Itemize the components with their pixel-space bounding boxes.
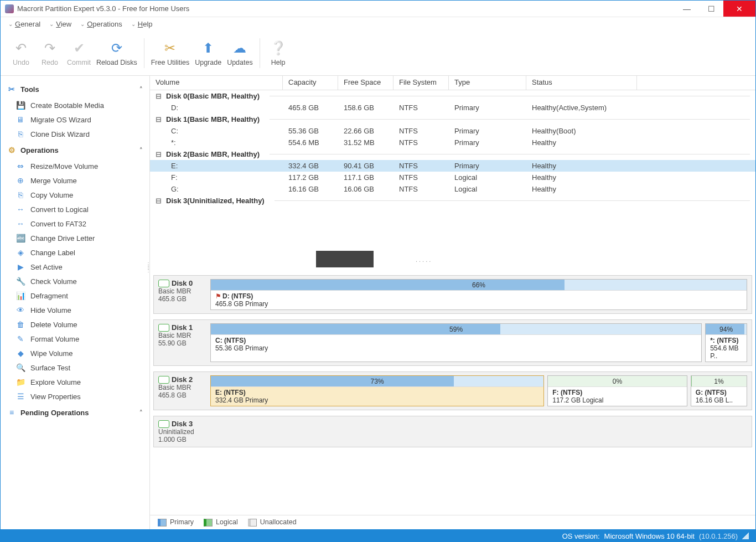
item-icon: ◆ bbox=[16, 349, 25, 358]
partition-label: C: (NTFS)55.36 GB Primary bbox=[211, 335, 701, 354]
disk-card: Disk 3 Uninitialized 1.000 GB bbox=[153, 416, 752, 447]
disk-group-header[interactable]: ⊟Disk 1(Basic MBR, Healthy) bbox=[150, 113, 755, 125]
horizontal-splitter[interactable]: ⋮⋮⋮ bbox=[150, 267, 755, 271]
sidebar-op-item[interactable]: ◆Wipe Volume bbox=[1, 346, 149, 360]
sidebar-op-item[interactable]: ↔Convert to FAT32 bbox=[1, 216, 149, 231]
sidebar-op-item[interactable]: 📊Defragment bbox=[1, 288, 149, 303]
partition-box[interactable]: 1% G: (NTFS)16.16 GB L.. bbox=[691, 375, 747, 406]
undo-button[interactable]: ↶Undo bbox=[9, 40, 33, 66]
usage-bar: 0% bbox=[548, 376, 687, 387]
sidebar-op-item[interactable]: ✎Format Volume bbox=[1, 332, 149, 346]
item-icon: ↔ bbox=[16, 219, 25, 228]
list-icon: ≡ bbox=[7, 408, 16, 417]
col-capacity[interactable]: Capacity bbox=[283, 76, 338, 90]
operations-section-header[interactable]: ⚙ Operations ˄ bbox=[1, 141, 149, 159]
item-label: Wipe Volume bbox=[30, 349, 73, 358]
partition-box[interactable]: 73% E: (NTFS)332.4 GB Primary bbox=[210, 375, 544, 406]
partition-box[interactable]: 0% F: (NTFS)117.2 GB Logical bbox=[547, 375, 687, 406]
sidebar-op-item[interactable]: 📁Explore Volume bbox=[1, 375, 149, 389]
maximize-button[interactable]: ☐ bbox=[699, 1, 723, 17]
resize-grip-icon[interactable] bbox=[742, 533, 749, 539]
sidebar-op-item[interactable]: 🔧Check Volume bbox=[1, 274, 149, 288]
cell-status: Healthy bbox=[526, 173, 648, 182]
cell-fs: NTFS bbox=[393, 127, 449, 135]
disk-header-label: Disk 0(Basic MBR, Healthy) bbox=[166, 92, 260, 100]
cell-capacity: 465.8 GB bbox=[283, 104, 338, 112]
sidebar-op-item[interactable]: ◈Change Label bbox=[1, 245, 149, 260]
cell-status: Healthy(Boot) bbox=[526, 127, 648, 135]
item-icon: ⇔ bbox=[16, 162, 25, 171]
item-label: Convert to FAT32 bbox=[30, 220, 86, 228]
disk-type: Uninitialized bbox=[158, 428, 206, 436]
disk-size: 465.8 GB bbox=[158, 295, 206, 303]
reload-button[interactable]: ⟳Reload Disks bbox=[96, 40, 137, 66]
col-status[interactable]: Status bbox=[526, 76, 637, 90]
col-type[interactable]: Type bbox=[449, 76, 526, 90]
sidebar-op-item[interactable]: 🗑Delete Volume bbox=[1, 317, 149, 332]
menu-help[interactable]: ⌄Help bbox=[128, 19, 156, 29]
col-fs[interactable]: File System bbox=[393, 76, 449, 90]
item-label: Convert to Logical bbox=[30, 205, 89, 214]
commit-button[interactable]: ✔Commit bbox=[67, 40, 91, 66]
partition-box[interactable]: 59% C: (NTFS)55.36 GB Primary bbox=[210, 323, 702, 362]
cell-type: Logical bbox=[449, 185, 526, 193]
chevron-down-icon: ⌄ bbox=[80, 21, 85, 27]
menu-operations[interactable]: ⌄Operations bbox=[77, 19, 126, 29]
sidebar-op-item[interactable]: ⇔Resize/Move Volume bbox=[1, 159, 149, 173]
volume-row[interactable]: G: 16.16 GB 16.06 GB NTFS Logical Health… bbox=[150, 183, 755, 195]
sidebar-op-item[interactable]: 🔍Surface Test bbox=[1, 360, 149, 375]
partition-label: G: (NTFS)16.16 GB L.. bbox=[691, 387, 747, 406]
volume-row[interactable]: F: 117.2 GB 117.1 GB NTFS Logical Health… bbox=[150, 172, 755, 183]
disk-group-header[interactable]: ⊟Disk 0(Basic MBR, Healthy) bbox=[150, 90, 755, 102]
item-icon: 💾 bbox=[16, 101, 25, 110]
tools-section-header[interactable]: ✂ Tools ˄ bbox=[1, 80, 149, 98]
sidebar-op-item[interactable]: ↔Convert to Logical bbox=[1, 202, 149, 216]
close-button[interactable]: ✕ bbox=[723, 1, 755, 17]
col-volume[interactable]: Volume bbox=[150, 76, 283, 90]
sidebar-tool-item[interactable]: ⎘Clone Disk Wizard bbox=[1, 127, 149, 141]
usage-pct: 66% bbox=[472, 281, 485, 289]
updates-button[interactable]: ☁Updates bbox=[227, 40, 253, 66]
menu-general[interactable]: ⌄General bbox=[5, 19, 44, 29]
minimize-button[interactable]: — bbox=[675, 1, 699, 17]
sidebar-op-item[interactable]: ⎘Copy Volume bbox=[1, 188, 149, 202]
volume-row[interactable]: C: 55.36 GB 22.66 GB NTFS Primary Health… bbox=[150, 125, 755, 137]
disk-card: Disk 0 Basic MBR 465.8 GB66% ⚑D: (NTFS)4… bbox=[153, 275, 752, 314]
item-label: Hide Volume bbox=[30, 306, 71, 314]
disk-type: Basic MBR bbox=[158, 287, 206, 295]
volume-row[interactable]: *: 554.6 MB 31.52 MB NTFS Primary Health… bbox=[150, 137, 755, 148]
cell-capacity: 554.6 MB bbox=[283, 138, 338, 147]
partition-box[interactable]: 94% *: (NTFS)554.6 MB P.. bbox=[705, 323, 747, 362]
cell-status: Healthy(Active,System) bbox=[526, 104, 648, 112]
item-label: Delete Volume bbox=[30, 321, 77, 329]
sidebar-op-item[interactable]: 🔤Change Drive Letter bbox=[1, 231, 149, 245]
table-header: Volume Capacity Free Space File System T… bbox=[150, 76, 755, 90]
sidebar-op-item[interactable]: ▶Set Active bbox=[1, 260, 149, 274]
item-label: Set Active bbox=[30, 263, 63, 271]
usage-pct: 0% bbox=[613, 378, 622, 385]
cell-free: 22.66 GB bbox=[338, 127, 393, 135]
menu-view[interactable]: ⌄View bbox=[46, 19, 75, 29]
help-button[interactable]: ❔Help bbox=[267, 40, 290, 66]
sidebar-op-item[interactable]: 👁Hide Volume bbox=[1, 303, 149, 317]
disk-group-header[interactable]: ⊟Disk 2(Basic MBR, Healthy) bbox=[150, 148, 755, 160]
sidebar-op-item[interactable]: ⊕Merge Volume bbox=[1, 173, 149, 188]
legend-primary: Primary bbox=[158, 518, 194, 526]
volume-row[interactable]: E: 332.4 GB 90.41 GB NTFS Primary Health… bbox=[150, 160, 755, 172]
disk-type: Basic MBR bbox=[158, 332, 206, 339]
partition-box[interactable]: 66% ⚑D: (NTFS)465.8 GB Primary bbox=[210, 279, 747, 310]
usage-bar: 66% bbox=[211, 280, 747, 291]
sidebar-tool-item[interactable]: 🖥Migrate OS Wizard bbox=[1, 112, 149, 127]
redo-button[interactable]: ↷Redo bbox=[38, 40, 61, 66]
item-icon: ⎘ bbox=[16, 190, 25, 199]
upgrade-button[interactable]: ⬆Upgrade bbox=[195, 40, 221, 66]
pending-section-header[interactable]: ≡ Pending Operations ˄ bbox=[1, 404, 149, 421]
legend: Primary Logical Unallocated bbox=[150, 515, 755, 529]
sidebar-tool-item[interactable]: 💾Create Bootable Media bbox=[1, 98, 149, 112]
disk-group-header[interactable]: ⊟Disk 3(Uninitialized, Healthy) bbox=[150, 195, 755, 207]
col-free[interactable]: Free Space bbox=[338, 76, 393, 90]
volume-row[interactable]: D: 465.8 GB 158.6 GB NTFS Primary Health… bbox=[150, 102, 755, 113]
utilities-button[interactable]: ✂Free Utilities bbox=[151, 40, 189, 66]
usage-bar: 1% bbox=[691, 376, 747, 387]
sidebar-op-item[interactable]: ☰View Properties bbox=[1, 389, 149, 404]
